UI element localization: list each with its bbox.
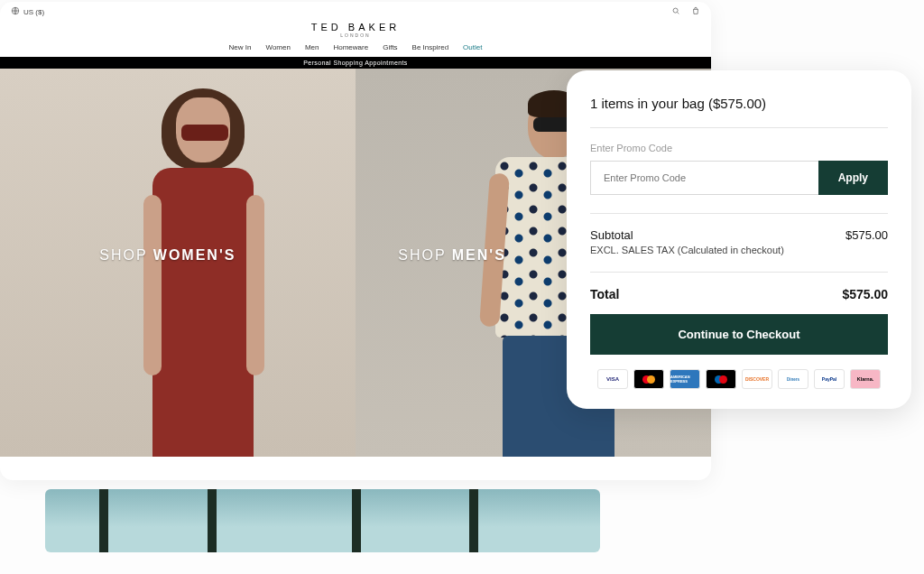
svg-point-1 <box>673 8 678 13</box>
nav-gifts[interactable]: Gifts <box>383 43 397 51</box>
total-value: $575.00 <box>842 287 888 301</box>
total-label: Total <box>590 287 619 301</box>
brand-subtitle: LONDON <box>0 32 711 38</box>
brand-name: TED BAKER <box>0 22 711 32</box>
bag-icon[interactable] <box>691 6 700 17</box>
payment-mastercard-icon <box>633 369 664 389</box>
divider <box>590 127 888 128</box>
promo-banner[interactable]: Personal Shopping Appointments <box>0 57 711 69</box>
cart-summary-card: 1 items in your bag ($575.00) Enter Prom… <box>567 70 911 409</box>
hero-women[interactable]: SHOP WOMEN'S <box>0 69 356 457</box>
promo-row: Apply <box>590 161 888 195</box>
payment-discover-icon: DISCOVER <box>742 369 772 389</box>
search-icon[interactable] <box>671 6 680 17</box>
nav-outlet[interactable]: Outlet <box>463 43 482 51</box>
divider <box>590 272 888 273</box>
nav-new-in[interactable]: New In <box>229 43 252 51</box>
subtotal-line: Subtotal $575.00 <box>590 228 888 242</box>
globe-icon <box>11 6 20 17</box>
apply-button[interactable]: Apply <box>818 161 888 195</box>
subtotal-label: Subtotal <box>590 228 633 242</box>
region-label: US ($) <box>23 8 44 16</box>
secondary-hero-strip <box>45 489 600 552</box>
cart-title: 1 items in your bag ($575.00) <box>590 96 888 111</box>
subtotal-value: $575.00 <box>845 228 888 242</box>
brand-logo[interactable]: TED BAKER LONDON <box>0 22 711 40</box>
nav-inspired[interactable]: Be Inspired <box>412 43 448 51</box>
hero-women-cta: SHOP WOMEN'S <box>99 247 236 264</box>
tax-note: EXCL. SALES TAX (Calculated in checkout) <box>590 245 888 255</box>
promo-label: Enter Promo Code <box>590 143 888 153</box>
promo-input[interactable] <box>590 161 818 195</box>
payment-amex-icon: AMERICAN EXPRESS <box>670 369 700 389</box>
payment-paypal-icon: PayPal <box>814 369 845 389</box>
payment-maestro-icon <box>706 369 736 389</box>
nav-homeware[interactable]: Homeware <box>333 43 368 51</box>
region-selector[interactable]: US ($) <box>11 6 44 17</box>
top-bar: US ($) <box>0 2 711 22</box>
payment-diners-icon: Diners <box>778 369 808 389</box>
payment-visa-icon: VISA <box>597 369 628 389</box>
total-line: Total $575.00 <box>590 287 888 301</box>
payment-klarna-icon: Klarna. <box>850 369 881 389</box>
primary-nav: New In Women Men Homeware Gifts Be Inspi… <box>0 40 711 57</box>
payment-methods: VISA AMERICAN EXPRESS DISCOVER Diners Pa… <box>590 369 888 389</box>
hero-men-cta: SHOP MEN'S <box>398 247 506 264</box>
checkout-button[interactable]: Continue to Checkout <box>590 314 888 355</box>
divider <box>590 213 888 214</box>
nav-women[interactable]: Women <box>265 43 290 51</box>
nav-men[interactable]: Men <box>305 43 319 51</box>
